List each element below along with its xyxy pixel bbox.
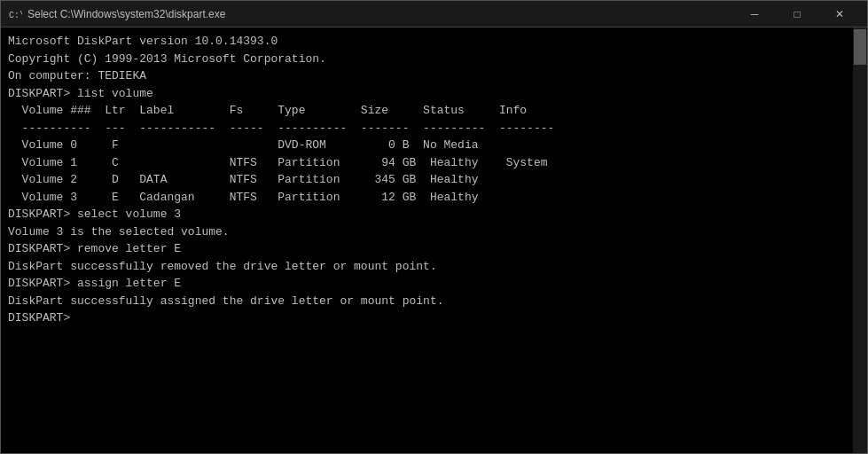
scrollbar-thumb[interactable] bbox=[854, 29, 866, 65]
window: C:\ Select C:\Windows\system32\diskpart.… bbox=[0, 0, 868, 454]
title-bar-left: C:\ Select C:\Windows\system32\diskpart.… bbox=[8, 7, 225, 21]
console-output: Microsoft DiskPart version 10.0.14393.0C… bbox=[8, 33, 860, 327]
title-bar-title: Select C:\Windows\system32\diskpart.exe bbox=[27, 8, 225, 20]
svg-text:C:\: C:\ bbox=[9, 11, 22, 20]
console-line: ---------- --- ----------- ----- -------… bbox=[8, 120, 860, 137]
console-line: DiskPart successfully removed the drive … bbox=[8, 258, 860, 276]
console-line: Volume 2 D DATA NTFS Partition 345 GB He… bbox=[8, 171, 860, 189]
scrollbar[interactable] bbox=[853, 27, 867, 453]
console-line: Volume 3 is the selected volume. bbox=[8, 223, 860, 241]
minimize-button[interactable]: ─ bbox=[734, 1, 775, 27]
maximize-button[interactable]: □ bbox=[777, 1, 817, 27]
console-line: Volume 0 F DVD-ROM 0 B No Media bbox=[8, 137, 860, 154]
console-line: On computer: TEDIEKA bbox=[8, 67, 860, 85]
console-line: DISKPART> select volume 3 bbox=[8, 206, 860, 223]
console-line: Volume 1 C NTFS Partition 94 GB Healthy … bbox=[8, 154, 860, 172]
console-line: Microsoft DiskPart version 10.0.14393.0 bbox=[8, 33, 860, 51]
console-line: DiskPart successfully assigned the drive… bbox=[8, 293, 860, 310]
title-bar-controls: ─ □ ✕ bbox=[734, 1, 860, 27]
console-body: Microsoft DiskPart version 10.0.14393.0C… bbox=[1, 27, 867, 453]
close-button[interactable]: ✕ bbox=[819, 1, 860, 27]
cmd-icon: C:\ bbox=[8, 7, 22, 21]
console-line: DISKPART> list volume bbox=[8, 85, 860, 103]
console-line: Volume ### Ltr Label Fs Type Size Status… bbox=[8, 102, 860, 120]
console-line: DISKPART> assign letter E bbox=[8, 275, 860, 293]
console-line: Copyright (C) 1999-2013 Microsoft Corpor… bbox=[8, 51, 860, 68]
console-line: DISKPART> remove letter E bbox=[8, 240, 860, 258]
title-bar: C:\ Select C:\Windows\system32\diskpart.… bbox=[1, 1, 867, 27]
console-line: Volume 3 E Cadangan NTFS Partition 12 GB… bbox=[8, 189, 860, 207]
console-line: DISKPART> bbox=[8, 309, 860, 327]
